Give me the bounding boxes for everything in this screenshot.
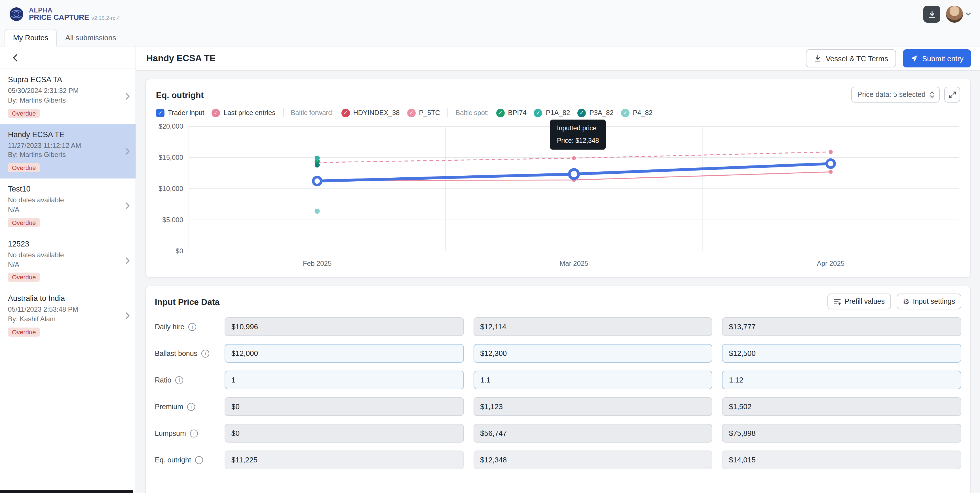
route-title: Handy ECSA TE (8, 130, 120, 139)
submit-entry-button[interactable]: Submit entry (903, 49, 971, 67)
list-icon (834, 298, 841, 305)
tooltip-title: Inputted price (557, 125, 599, 132)
page-title: Handy ECSA TE (146, 53, 215, 63)
daily-hire-input[interactable] (722, 317, 961, 336)
content-scroll: Eq. outright Price data: 5 selected (136, 71, 980, 493)
route-date: 11/27/2023 11:12:12 AM (8, 141, 120, 151)
info-icon[interactable]: i (190, 429, 198, 437)
app-version: v2.15.2-rc.4 (91, 15, 120, 21)
chart-card-actions: Price data: 5 selected (851, 87, 960, 103)
eq-outright-input[interactable] (473, 450, 712, 469)
row-label-text: Eq. outright (155, 456, 191, 464)
legend-item-label: P4_82 (633, 109, 652, 117)
check-circle-icon: ✓ (212, 108, 220, 117)
back-button[interactable] (9, 51, 21, 64)
download-button[interactable] (923, 6, 940, 23)
legend-item-label: P_5TC (419, 109, 440, 117)
prefill-values-button[interactable]: Prefill values (827, 293, 891, 309)
route-date: No dates available (8, 250, 120, 260)
input-settings-button[interactable]: ⚙ Input settings (897, 293, 961, 309)
gear-icon: ⚙ (903, 298, 909, 305)
row-label-text: Ratio (155, 376, 171, 384)
info-icon[interactable]: i (201, 349, 209, 357)
eq-outright-card: Eq. outright Price data: 5 selected (145, 79, 971, 277)
route-date: No dates available (8, 195, 120, 205)
svg-text:Apr 2025: Apr 2025 (817, 260, 845, 267)
info-icon[interactable]: i (188, 323, 196, 331)
premium-input[interactable] (722, 397, 961, 416)
horizontal-scrollbar[interactable] (0, 490, 133, 493)
user-menu[interactable] (946, 6, 971, 23)
legend-item-p3a-82[interactable]: ✓P3A_82 (578, 108, 613, 117)
route-item-handy-ecsa-te[interactable]: Handy ECSA TE11/27/2023 11:12:12 AMBy: M… (0, 124, 135, 179)
route-author: By: Kashif Alam (8, 314, 120, 324)
check-circle-icon: ✓ (407, 108, 415, 117)
info-icon[interactable]: i (195, 456, 203, 464)
vessel-tc-terms-label: Vessel & TC Terms (826, 54, 888, 63)
price-data-select[interactable]: Price data: 5 selected (851, 87, 940, 103)
download-icon (814, 54, 822, 62)
chevron-right-icon (125, 257, 130, 264)
legend-item-label: Trader input (168, 109, 204, 117)
avatar[interactable] (946, 6, 963, 23)
legend-item-p-5tc[interactable]: ✓P_5TC (407, 108, 440, 117)
ratio-input[interactable] (722, 371, 961, 389)
route-item-12523[interactable]: 12523No dates availableN/AOverdue (0, 233, 135, 288)
ballast-bonus-input[interactable] (722, 344, 961, 363)
check-circle-icon: ✓ (578, 108, 586, 117)
vessel-tc-terms-button[interactable]: Vessel & TC Terms (806, 49, 896, 67)
input-row-premium: Premiumi (155, 397, 961, 416)
lumpsum-input[interactable] (473, 424, 712, 442)
app-brand: ALPHA PRICE CAPTUREv2.15.2-rc.4 (9, 6, 120, 22)
ratio-input[interactable] (224, 371, 464, 389)
svg-text:Mar 2025: Mar 2025 (560, 260, 588, 267)
eq-outright-input[interactable] (722, 450, 961, 469)
route-item-test10[interactable]: Test10No dates availableN/AOverdue (0, 179, 135, 233)
info-icon[interactable]: i (187, 403, 195, 411)
lumpsum-input[interactable] (722, 424, 961, 442)
route-title: 12523 (8, 240, 120, 248)
legend-item-last-price-entries[interactable]: ✓Last price entries (212, 108, 275, 117)
legend-item-p4-82[interactable]: ✓P4_82 (621, 108, 652, 117)
legend-item-trader-input[interactable]: ✓Trader input (156, 108, 204, 117)
route-title: Supra ECSA TA (8, 75, 120, 84)
legend-item-bpi74[interactable]: ✓BPI74 (496, 108, 527, 117)
input-row-eq-outright: Eq. outrighti (155, 450, 961, 469)
brand-name: ALPHA (29, 6, 120, 14)
input-rows: Daily hireiBallast bonusiRatioiPremiumiL… (155, 317, 961, 469)
info-icon[interactable]: i (175, 376, 183, 384)
ballast-bonus-input[interactable] (224, 344, 464, 363)
ratio-input[interactable] (473, 371, 712, 389)
chart-card-header: Eq. outright Price data: 5 selected (156, 87, 960, 103)
premium-input[interactable] (224, 397, 464, 416)
row-label-text: Ballast bonus (155, 349, 197, 357)
download-icon (928, 10, 936, 18)
lumpsum-input[interactable] (224, 424, 464, 442)
daily-hire-input[interactable] (473, 317, 712, 336)
eq-outright-input[interactable] (224, 450, 464, 469)
overdue-badge: Overdue (8, 273, 40, 282)
legend-item-p1a-82[interactable]: ✓P1A_82 (534, 108, 570, 117)
top-bar: ALPHA PRICE CAPTUREv2.15.2-rc.4 (0, 0, 980, 29)
premium-input[interactable] (473, 397, 712, 416)
send-icon (910, 54, 918, 62)
overdue-badge: Overdue (8, 163, 40, 172)
route-item-supra-ecsa-ta[interactable]: Supra ECSA TA05/30/2024 2:31:32 PMBy: Ma… (0, 69, 135, 124)
chevron-right-icon (125, 93, 130, 100)
legend-item-hdyindex-38[interactable]: ✓HDYINDEX_38 (341, 108, 399, 117)
row-label: Eq. outrighti (155, 456, 215, 464)
chevron-right-icon (125, 202, 130, 210)
ballast-bonus-input[interactable] (473, 344, 712, 363)
chevron-left-icon (13, 54, 18, 62)
route-author: N/A (8, 205, 120, 215)
overdue-badge: Overdue (8, 328, 40, 337)
svg-text:$15,000: $15,000 (159, 154, 183, 161)
expand-chart-button[interactable] (944, 87, 960, 103)
tab-my-routes[interactable]: My Routes (5, 29, 57, 46)
route-title: Test10 (8, 185, 120, 193)
tab-all-submissions[interactable]: All submissions (57, 29, 124, 46)
row-label: Daily hirei (155, 323, 215, 331)
route-item-australia-to-india[interactable]: Australia to India05/11/2023 2:53:48 PMB… (0, 288, 135, 343)
daily-hire-input[interactable] (224, 317, 464, 336)
svg-text:$0: $0 (175, 247, 183, 255)
